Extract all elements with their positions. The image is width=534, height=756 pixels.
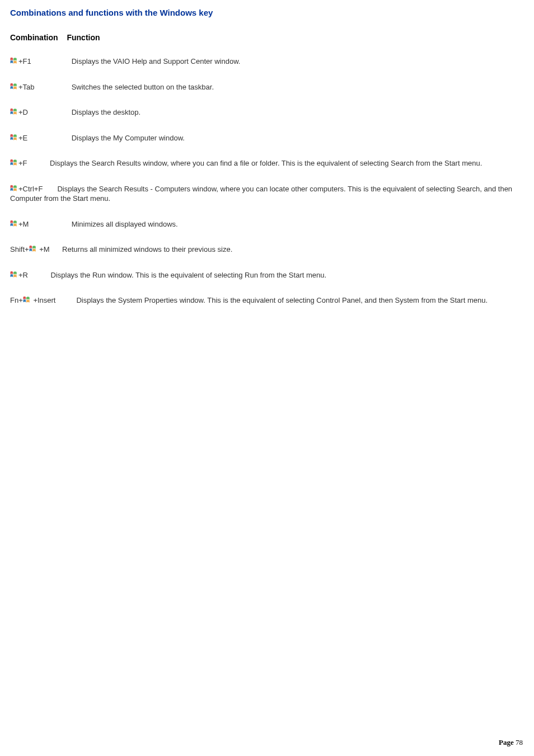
- page-number-value: 78: [516, 738, 523, 746]
- combination-cell: +E: [10, 133, 69, 143]
- combo-keys: +D: [18, 108, 28, 116]
- combination-cell: +D: [10, 107, 69, 118]
- function-cell: Displays the Search Results - Computers …: [10, 185, 512, 203]
- combo-keys: +R: [18, 271, 28, 279]
- combination-cell: +Tab: [10, 82, 69, 92]
- windows-key-icon: [10, 271, 18, 279]
- combo-keys: +F: [18, 159, 27, 167]
- combination-cell: +M: [10, 219, 69, 229]
- table-row: +D Displays the desktop.: [10, 107, 524, 118]
- windows-key-icon: [10, 83, 18, 91]
- function-cell: Displays the Run window. This is the equ…: [51, 271, 327, 279]
- combo-keys: +E: [18, 134, 27, 142]
- page-label: Page: [499, 738, 514, 746]
- table-row: Shift+ +M Returns all minimized windows …: [10, 245, 524, 255]
- table-row: +F1 Displays the VAIO Help and Support C…: [10, 57, 524, 67]
- combination-cell: +Ctrl+F: [10, 184, 47, 194]
- combo-keys: +Tab: [18, 83, 35, 91]
- table-row: +E Displays the My Computer window.: [10, 133, 524, 143]
- table-row: +M Minimizes all displayed windows.: [10, 219, 524, 229]
- windows-key-icon: [10, 57, 18, 65]
- combo-keys: +Ctrl+F: [18, 185, 43, 193]
- table-row: +Ctrl+F Displays the Search Results - Co…: [10, 184, 524, 204]
- combo-prefix: Fn+: [10, 296, 23, 304]
- header-combination: Combination: [10, 33, 65, 42]
- combo-keys: +M: [18, 220, 29, 228]
- function-cell: Displays the System Properties window. T…: [76, 296, 488, 304]
- windows-key-icon: [10, 159, 18, 167]
- combo-keys: +M: [38, 245, 50, 253]
- table-header: Combination Function: [10, 33, 524, 42]
- table-row: +F Displays the Search Results window, w…: [10, 158, 524, 168]
- windows-key-icon: [29, 245, 38, 253]
- combination-cell: +F: [10, 158, 32, 168]
- function-cell: Displays the VAIO Help and Support Cente…: [72, 57, 241, 65]
- table-row: Fn+ +Insert Displays the System Properti…: [10, 295, 524, 306]
- combination-cell: +F1: [10, 57, 69, 67]
- function-cell: Returns all minimized windows to their p…: [62, 245, 232, 253]
- function-cell: Displays the desktop.: [72, 108, 141, 116]
- header-function: Function: [67, 33, 100, 42]
- windows-key-icon: [23, 296, 31, 304]
- function-cell: Switches the selected button on the task…: [72, 83, 214, 91]
- table-row: +Tab Switches the selected button on the…: [10, 82, 524, 92]
- windows-key-icon: [10, 220, 18, 228]
- combination-cell: +R: [10, 270, 32, 280]
- combination-cell: Fn+ +Insert: [10, 295, 60, 306]
- function-cell: Displays the My Computer window.: [72, 134, 185, 142]
- page-title: Combinations and functions with the Wind…: [10, 8, 524, 17]
- table-row: +R Displays the Run window. This is the …: [10, 270, 524, 280]
- windows-key-icon: [10, 185, 18, 192]
- windows-key-icon: [10, 134, 18, 142]
- combo-keys: +F1: [18, 57, 31, 65]
- combo-prefix: Shift+: [10, 245, 29, 253]
- page: Combinations and functions with the Wind…: [0, 0, 534, 756]
- combination-cell: Shift+ +M: [10, 245, 54, 255]
- windows-key-icon: [10, 108, 18, 116]
- function-cell: Displays the Search Results window, wher…: [50, 159, 482, 167]
- page-number: Page 78: [499, 738, 523, 747]
- combo-keys: +Insert: [31, 296, 56, 304]
- function-cell: Minimizes all displayed windows.: [72, 220, 178, 228]
